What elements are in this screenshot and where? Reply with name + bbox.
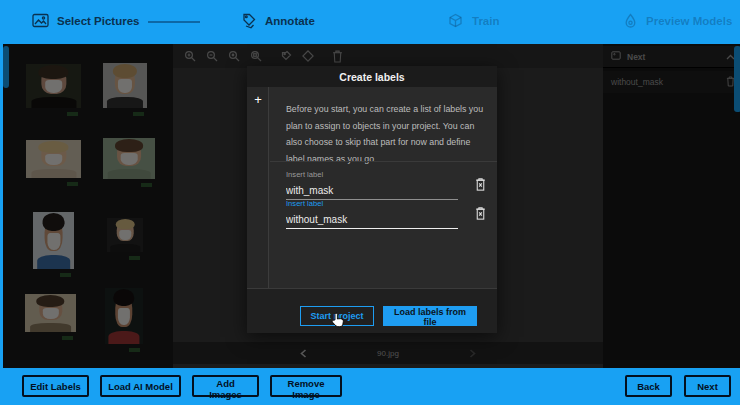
edit-labels-button[interactable]: Edit Labels: [22, 375, 89, 397]
label-input-2[interactable]: [286, 214, 458, 229]
modal-side-column: +: [247, 87, 269, 288]
step-preview-models[interactable]: Preview Models: [623, 13, 732, 29]
label-input-1[interactable]: [286, 185, 458, 200]
tags-icon: [240, 13, 257, 29]
step-label: Select Pictures: [57, 15, 139, 27]
wizard-header: Select Pictures Annotate Train: [0, 0, 740, 44]
step-connector: [148, 21, 200, 23]
start-project-button[interactable]: Start project: [300, 306, 374, 326]
modal-title: Create labels: [247, 66, 497, 87]
load-ai-model-button[interactable]: Load AI Model: [100, 375, 181, 397]
cube-icon: [447, 13, 464, 28]
step-annotate[interactable]: Annotate: [240, 13, 315, 29]
step-select-pictures[interactable]: Select Pictures: [32, 13, 139, 28]
step-label: Train: [472, 15, 499, 27]
image-icon: [32, 13, 49, 28]
step-label: Annotate: [265, 15, 315, 27]
back-button[interactable]: Back: [625, 375, 672, 397]
workspace: 90.jpg Next without_mask: [0, 44, 740, 368]
delete-label-2-icon[interactable]: [475, 206, 489, 221]
label-field-2: Insert label: [286, 199, 458, 229]
delete-label-1-icon[interactable]: [475, 177, 489, 192]
create-labels-modal: Create labels + Before you start, you ca…: [247, 66, 497, 333]
next-button[interactable]: Next: [684, 375, 731, 397]
modal-footer: Start project Load labels from file: [247, 288, 497, 333]
insert-label-caption: Insert label: [286, 199, 458, 208]
annotation-app: Select Pictures Annotate Train: [0, 0, 740, 405]
preview-models-icon: [623, 13, 638, 29]
step-label: Preview Models: [646, 15, 732, 27]
bottom-action-bar: Edit Labels Load AI Model Add Images Rem…: [0, 368, 740, 405]
label-field-1: Insert label: [286, 170, 458, 200]
remove-image-button[interactable]: Remove Image: [270, 375, 342, 397]
modal-description: Before you start, you can create a list …: [286, 101, 484, 167]
divider: [270, 161, 497, 162]
add-label-button[interactable]: +: [251, 93, 265, 107]
insert-label-caption: Insert label: [286, 170, 458, 179]
step-train[interactable]: Train: [447, 13, 499, 28]
load-labels-from-file-button[interactable]: Load labels from file: [383, 306, 477, 326]
add-images-button[interactable]: Add Images: [192, 375, 259, 397]
modal-body: + Before you start, you can create a lis…: [247, 87, 497, 288]
